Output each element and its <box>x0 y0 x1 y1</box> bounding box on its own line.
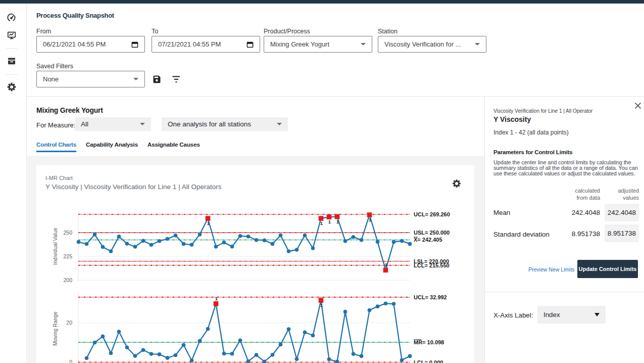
product-process-value: Mixing Greek Yogurt <box>270 40 361 48</box>
xaxis-select[interactable]: Index <box>537 306 606 324</box>
charts-monitor-icon[interactable] <box>7 31 16 40</box>
calendar-icon <box>131 41 138 48</box>
svg-text:MR= 10.098: MR= 10.098 <box>414 339 444 345</box>
svg-text:UCL= 269.260: UCL= 269.260 <box>414 211 450 217</box>
page-title: Process Quality Snapshot <box>36 12 114 19</box>
mean-adjusted-input[interactable]: 242.4048 <box>605 204 639 221</box>
chevron-down-icon <box>140 123 145 125</box>
product-process-label: Product/Process <box>264 28 310 35</box>
svg-text:1: 1 <box>385 262 388 267</box>
mean-row-label: Mean <box>493 209 510 216</box>
panel-subtitle: Viscosity Verification for Line 1 | All … <box>493 108 592 114</box>
to-datetime-input[interactable]: 07/21/2021 04:55 PM <box>152 36 260 53</box>
imr-chart-card: I-MR Chart Y Viscosity | Viscosity Verif… <box>36 165 474 363</box>
stddev-calculated-value: 8.951738 <box>560 230 600 238</box>
station-value: Viscosity Verification for ... <box>384 40 475 48</box>
mean-calculated-value: 242.4048 <box>560 209 600 216</box>
svg-text:225: 225 <box>63 253 72 259</box>
to-label: To <box>152 28 158 35</box>
saved-filters-select[interactable]: None <box>36 71 145 87</box>
analysis-select[interactable]: One analysis for all stations <box>162 117 288 131</box>
sidebar-nav <box>0 4 27 363</box>
chevron-down-icon <box>133 78 138 80</box>
panel-section-divider <box>485 292 644 292</box>
app-window: Process Quality Snapshot From 06/21/2021… <box>0 0 644 363</box>
chevron-down-icon <box>277 123 282 125</box>
column-header-adjusted: adjusted values <box>599 188 639 201</box>
chevron-down-icon <box>595 313 600 316</box>
svg-text:0: 0 <box>69 359 72 363</box>
measure-value: All <box>81 120 140 128</box>
svg-text:Individual Value: Individual Value <box>52 228 58 265</box>
xaxis-value: Index <box>543 311 595 319</box>
preview-new-limits-link[interactable]: Preview New Limits <box>528 266 575 273</box>
imr-chart-plot: 250225200Individual ValueUCL= 269.260USL… <box>36 165 474 363</box>
xaxis-label: X-Axis Label: <box>493 311 533 319</box>
panel-section-title: Parameters for Control Limits <box>493 149 573 155</box>
station-select[interactable]: Viscosity Verification for ... <box>378 36 486 53</box>
product-heading: Mixing Greek Yogurt <box>36 106 103 114</box>
for-measure-label: For Measure: <box>36 121 75 129</box>
chevron-down-icon <box>361 43 366 46</box>
measure-select[interactable]: All <box>75 117 151 131</box>
tab-capability-analysis[interactable]: Capability Analysis <box>86 141 138 152</box>
from-datetime-input[interactable]: 06/21/2021 04:55 PM <box>36 36 145 53</box>
analysis-value: One analysis for all stations <box>168 120 277 128</box>
svg-text:LCL= 0.000: LCL= 0.000 <box>414 359 443 363</box>
from-label: From <box>36 28 51 35</box>
svg-text:250: 250 <box>63 230 72 236</box>
tab-control-charts[interactable]: Control Charts <box>36 141 76 152</box>
tabs-row: Control Charts Capability Analysis Assig… <box>36 141 200 152</box>
column-header-calculated: calculated from data <box>560 188 600 201</box>
svg-text:UCL= 32.992: UCL= 32.992 <box>414 294 447 300</box>
svg-text:1: 1 <box>215 296 218 301</box>
station-label: Station <box>378 28 398 35</box>
svg-text:LCL= 215.550: LCL= 215.550 <box>414 262 450 268</box>
panel-description: Update the center line and control limit… <box>493 160 644 176</box>
svg-text:200: 200 <box>63 277 72 283</box>
svg-text:20: 20 <box>66 320 72 326</box>
svg-text:X= 242.405: X= 242.405 <box>414 237 442 243</box>
close-icon[interactable] <box>634 102 642 110</box>
stddev-row-label: Standard deviation <box>493 231 550 238</box>
tab-assignable-causes[interactable]: Assignable Causes <box>147 141 200 152</box>
to-value: 07/21/2021 04:55 PM <box>158 40 246 48</box>
from-value: 06/21/2021 04:55 PM <box>43 40 131 48</box>
sidebar-divider <box>6 74 18 75</box>
sidebar-divider <box>6 48 18 49</box>
chevron-down-icon <box>475 43 480 46</box>
svg-text:1: 1 <box>336 219 339 224</box>
svg-text:1: 1 <box>207 220 210 226</box>
archive-box-icon[interactable] <box>7 57 16 66</box>
settings-gear-icon[interactable] <box>7 82 16 92</box>
top-title-bar <box>0 0 644 4</box>
svg-text:USL= 250.000: USL= 250.000 <box>414 230 450 236</box>
filter-icon[interactable] <box>172 75 181 83</box>
product-process-select[interactable]: Mixing Greek Yogurt <box>264 36 372 53</box>
svg-text:1: 1 <box>369 217 372 222</box>
saved-filters-value: None <box>43 75 133 83</box>
svg-text:Moving Range: Moving Range <box>52 311 58 346</box>
svg-text:1: 1 <box>320 220 323 226</box>
svg-text:1: 1 <box>328 219 331 224</box>
calendar-icon <box>246 41 254 48</box>
saved-filters-label: Saved Filters <box>36 63 73 70</box>
svg-text:1: 1 <box>320 302 323 308</box>
stddev-adjusted-input[interactable]: 8.951738 <box>605 224 639 242</box>
panel-title: Y Viscosity <box>493 115 531 123</box>
save-filter-icon[interactable] <box>152 74 162 84</box>
panel-index-note: Index 1 - 42 (all data points) <box>493 129 569 136</box>
dashboard-gauge-icon[interactable] <box>7 13 16 22</box>
update-control-limits-button[interactable]: Update Control Limits <box>577 260 638 278</box>
